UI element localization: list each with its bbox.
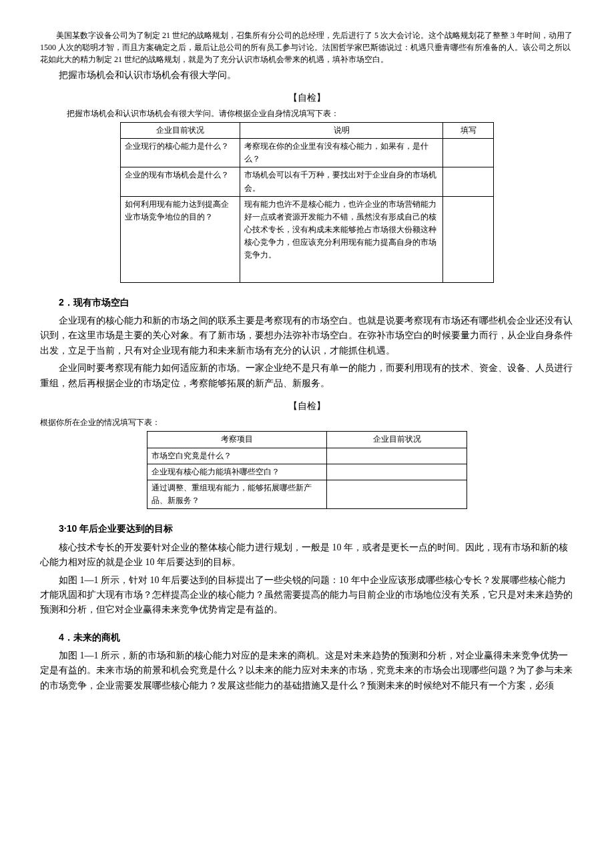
cell-fill[interactable] — [443, 138, 494, 167]
selfcheck-title-2: 【自检】 — [40, 399, 574, 414]
table-row: 企业目前状况 说明 填写 — [121, 122, 494, 138]
table-row: 如何利用现有能力达到提高企业市场竞争地位的目的？ 现有能力也许不是核心能力，也许… — [121, 196, 494, 282]
table-row: 考察项目 企业目前状况 — [147, 432, 467, 448]
cell-item: 通过调整、重组现有能力，能够拓展哪些新产品、新服务？ — [147, 480, 327, 508]
cell-item: 企业现有核心能力能填补哪些空白？ — [147, 464, 327, 480]
sec2-para-2: 企业同时要考察现有能力如何适应新的市场。一家企业绝不是只有单一的能力，而要利用现… — [40, 361, 574, 391]
cell-fill[interactable] — [443, 167, 494, 196]
selfcheck-title-1: 【自检】 — [40, 91, 574, 105]
col-header-explain: 说明 — [240, 122, 443, 138]
intro-lead: 把握市场机会和认识市场机会有很大学问。 — [40, 68, 574, 83]
col-header-fill: 填写 — [443, 122, 494, 138]
table-row: 市场空白究竟是什么？ — [147, 448, 467, 464]
cell-status2[interactable] — [327, 448, 467, 464]
section-title-2: 2．现有市场空白 — [40, 295, 574, 310]
cell-status: 如何利用现有能力达到提高企业市场竞争地位的目的？ — [121, 196, 240, 282]
sec3-para-2: 如图 1—1 所示，针对 10 年后要达到的目标提出了一些尖锐的问题：10 年中… — [40, 573, 574, 618]
table-row: 企业的现有市场机会是什么？ 市场机会可以有千万种，要找出对于企业自身的市场机会。 — [121, 167, 494, 196]
sec2-para-1: 企业现有的核心能力和新的市场之间的联系主要是考察现有的市场空白。也就是说要考察现… — [40, 314, 574, 358]
selfcheck-caption-1: 把握市场机会和认识市场机会有很大学问。请你根据企业自身情况填写下表： — [67, 107, 574, 119]
cell-status2[interactable] — [327, 464, 467, 480]
cell-status: 企业的现有市场机会是什么？ — [121, 167, 240, 196]
table-row: 企业现有核心能力能填补哪些空白？ — [147, 464, 467, 480]
col-header-status2: 企业目前状况 — [327, 432, 467, 448]
cell-status: 企业现行的核心能力是什么？ — [121, 138, 240, 167]
cell-status2[interactable] — [327, 480, 467, 508]
col-header-status: 企业目前状况 — [121, 122, 240, 138]
col-header-item: 考察项目 — [147, 432, 327, 448]
sec3-para-1: 核心技术专长的开发要针对企业的整体核心能力进行规划，一般是 10 年，或者是更长… — [40, 540, 574, 570]
table-row: 企业现行的核心能力是什么？ 考察现在你的企业里有没有核心能力，如果有，是什么？ — [121, 138, 494, 167]
section-title-4: 4．未来的商机 — [40, 630, 574, 644]
sec4-para-1: 加图 1—1 所示，新的市场和新的核心能力对应的是未来的商机。这是对未来趋势的预… — [40, 648, 574, 693]
cell-fill[interactable] — [443, 196, 494, 282]
cell-item: 市场空白究竟是什么？ — [147, 448, 327, 464]
selfcheck-table-1: 企业目前状况 说明 填写 企业现行的核心能力是什么？ 考察现在你的企业里有没有核… — [120, 122, 494, 283]
cell-explain: 市场机会可以有千万种，要找出对于企业自身的市场机会。 — [240, 167, 443, 196]
section-title-3: 3·10 年后企业要达到的目标 — [40, 521, 574, 536]
cell-explain: 现有能力也许不是核心能力，也许企业的市场营销能力好一点或者资源开发能力不错，虽然… — [240, 196, 443, 282]
cell-explain: 考察现在你的企业里有没有核心能力，如果有，是什么？ — [240, 138, 443, 167]
selfcheck-table-2: 考察项目 企业目前状况 市场空白究竟是什么？ 企业现有核心能力能填补哪些空白？ … — [147, 431, 467, 509]
selfcheck-caption-2: 根据你所在企业的情况填写下表： — [40, 416, 574, 428]
table-row: 通过调整、重组现有能力，能够拓展哪些新产品、新服务？ — [147, 480, 467, 508]
intro-case: 美国某数字设备公司为了制定 21 世纪的战略规划，召集所有分公司的总经理，先后进… — [40, 29, 574, 65]
